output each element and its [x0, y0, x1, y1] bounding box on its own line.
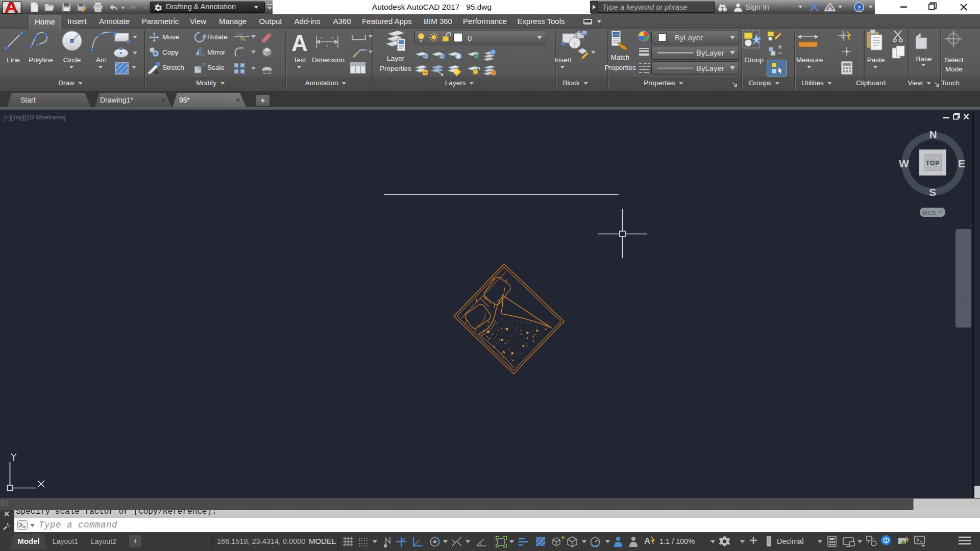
svg-text:[−][Top][2D Wireframe]: [−][Top][2D Wireframe]	[4, 114, 65, 121]
svg-text:0: 0	[468, 34, 472, 42]
svg-text:S: S	[929, 186, 936, 198]
svg-text:1:1 / 100%: 1:1 / 100%	[659, 537, 695, 545]
svg-text:ByLayer: ByLayer	[675, 33, 703, 42]
svg-text:A: A	[291, 31, 308, 56]
svg-text:ByLayer: ByLayer	[696, 64, 724, 72]
svg-text:A: A	[644, 536, 650, 546]
svg-text:Decimal: Decimal	[777, 537, 803, 545]
svg-text:ByLayer: ByLayer	[696, 48, 724, 57]
svg-text:WCS: WCS	[922, 210, 936, 216]
svg-text:N: N	[929, 129, 937, 140]
svg-text:E: E	[958, 158, 965, 169]
svg-text:TOP: TOP	[926, 160, 940, 167]
svg-text:?: ?	[857, 4, 861, 11]
svg-text:W: W	[899, 158, 909, 169]
